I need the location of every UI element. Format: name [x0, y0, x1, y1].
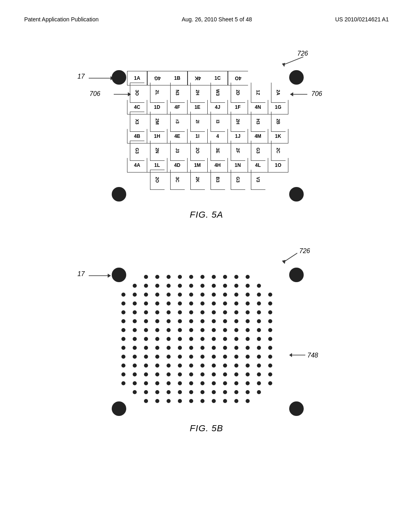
dot [219, 290, 231, 299]
dot [129, 290, 140, 299]
dot [152, 299, 163, 308]
dot [197, 290, 208, 299]
cell-4a: 4A [127, 158, 147, 172]
dot [265, 290, 276, 299]
dot-row-12 [118, 379, 276, 388]
dot [140, 388, 152, 397]
dot-row-8 [118, 343, 276, 352]
dot [219, 335, 231, 343]
dot-row-4 [118, 308, 276, 317]
cell-g3b: G3 [231, 170, 245, 190]
dot [129, 326, 140, 335]
dot [118, 308, 129, 317]
dot [152, 317, 163, 326]
dot [242, 335, 253, 343]
dot [118, 361, 129, 370]
dot-row-11 [118, 370, 276, 379]
cell-3cc: 3C [170, 170, 185, 190]
dot [208, 335, 219, 343]
dot [140, 299, 152, 308]
dot [186, 352, 197, 361]
dot [197, 379, 208, 388]
dot [163, 335, 174, 343]
dot [265, 308, 276, 317]
dot [242, 388, 253, 397]
dot [129, 317, 140, 326]
dot [186, 308, 197, 317]
dot [265, 379, 276, 388]
dot [163, 397, 174, 405]
svg-marker-11 [108, 274, 111, 278]
dot [140, 317, 152, 326]
dot [219, 317, 231, 326]
dot [242, 290, 253, 299]
grid-row-8: 2O 3C 2K B3 G3 V3 [147, 172, 268, 187]
dot [163, 370, 174, 379]
dot [186, 388, 197, 397]
ref-706-right: 706 [311, 90, 322, 98]
svg-marker-1 [282, 63, 285, 67]
dot [163, 326, 174, 335]
dot [152, 343, 163, 352]
dot [253, 352, 265, 361]
dot [208, 370, 219, 379]
dot [129, 352, 140, 361]
corner-br-5b [289, 401, 304, 416]
dot [186, 397, 197, 405]
dot [197, 361, 208, 370]
dot [208, 352, 219, 361]
dot [231, 272, 242, 281]
figures-container: 726 17 706 706 1A 4G 1B 4K 1C 4O [0, 31, 413, 438]
dot [118, 343, 129, 352]
dot [197, 308, 208, 317]
dot [186, 370, 197, 379]
header-left: Patent Application Publication [24, 16, 98, 23]
dot [152, 388, 163, 397]
cell-v3: V3 [251, 170, 265, 190]
dot [242, 308, 253, 317]
dot [163, 317, 174, 326]
dot-row-3 [118, 299, 276, 308]
dot [118, 352, 129, 361]
dot [197, 388, 208, 397]
dot [129, 281, 140, 290]
svg-line-0 [283, 57, 303, 65]
dot [219, 352, 231, 361]
dot [140, 361, 152, 370]
dot [152, 326, 163, 335]
dot [265, 370, 276, 379]
dot [197, 343, 208, 352]
dot [242, 352, 253, 361]
svg-marker-13 [289, 353, 292, 357]
dot [253, 290, 265, 299]
svg-marker-9 [282, 260, 286, 264]
dot [174, 299, 186, 308]
dot [242, 379, 253, 388]
dot [242, 343, 253, 352]
dot [163, 361, 174, 370]
svg-marker-5 [290, 92, 293, 96]
dot [186, 299, 197, 308]
fig5b-label: FIG. 5B [190, 423, 223, 434]
cell-2p: 2O [150, 170, 165, 190]
dot [231, 290, 242, 299]
dot [129, 299, 140, 308]
dot [208, 281, 219, 290]
dot [118, 335, 129, 343]
dot [231, 308, 242, 317]
corner-bl-5a [112, 187, 126, 202]
dot [140, 326, 152, 335]
dot [118, 317, 129, 326]
dot [242, 299, 253, 308]
dot [197, 335, 208, 343]
dot [219, 397, 231, 405]
dot [208, 326, 219, 335]
ref-726-5b: 726 [299, 247, 310, 255]
dot [219, 343, 231, 352]
dot [140, 281, 152, 290]
dot [208, 299, 219, 308]
svg-line-8 [283, 253, 297, 262]
dot [152, 281, 163, 290]
dot [186, 290, 197, 299]
dot [152, 361, 163, 370]
